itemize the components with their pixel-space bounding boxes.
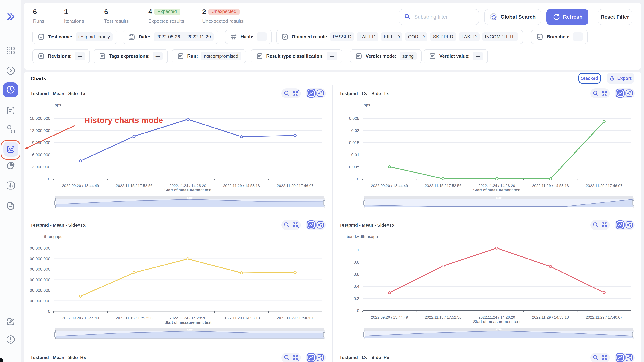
svg-text:00,000,000: 00,000,000 <box>30 298 50 303</box>
svg-text:2022.11.15 / 17:52:56: 2022.11.15 / 17:52:56 <box>425 184 462 188</box>
svg-text:2022.11.24 / 14:28:20: 2022.11.24 / 14:28:20 <box>478 184 515 188</box>
svg-text:2022.09.20 / 13:44:49: 2022.09.20 / 13:44:49 <box>62 316 99 320</box>
svg-text:pps: pps <box>54 103 61 107</box>
svg-text:00,000,000: 00,000,000 <box>30 278 50 282</box>
svg-text:2022.11.24 / 14:28:20: 2022.11.24 / 14:28:20 <box>170 184 206 188</box>
svg-text:12,000,000: 12,000,000 <box>30 128 50 133</box>
svg-text:Start of measurement test: Start of measurement test <box>164 320 211 325</box>
svg-text:bandwidth-usage: bandwidth-usage <box>346 234 378 239</box>
svg-text:15,000,000: 15,000,000 <box>30 116 50 121</box>
svg-text:2022.11.29 / 14:53:13: 2022.11.29 / 14:53:13 <box>223 184 260 188</box>
svg-text:2022.09.20 / 13:44:49: 2022.09.20 / 13:44:49 <box>371 184 408 188</box>
svg-text:Start of measurement test: Start of measurement test <box>164 188 211 192</box>
svg-text:2022.11.15 / 17:52:56: 2022.11.15 / 17:52:56 <box>116 184 152 188</box>
svg-text:00,000,000: 00,000,000 <box>30 288 50 293</box>
svg-text:2022.11.29 / 17:46:07: 2022.11.29 / 17:46:07 <box>586 184 622 188</box>
svg-text:2022.11.29 / 14:53:13: 2022.11.29 / 14:53:13 <box>532 184 569 188</box>
svg-text:throughput: throughput <box>44 234 63 239</box>
svg-text:0: 0 <box>357 308 359 313</box>
svg-text:0.01: 0.01 <box>351 152 359 157</box>
svg-text:2022.11.15 / 17:52:56: 2022.11.15 / 17:52:56 <box>425 315 462 319</box>
svg-text:0.8: 0.8 <box>353 260 359 264</box>
svg-text:2022.11.24 / 14:28:20: 2022.11.24 / 14:28:20 <box>170 316 206 320</box>
svg-text:0.2: 0.2 <box>353 296 359 301</box>
svg-text:0.005: 0.005 <box>349 164 359 169</box>
svg-text:2022.11.29 / 17:46:07: 2022.11.29 / 17:46:07 <box>277 184 314 188</box>
svg-text:0.6: 0.6 <box>353 272 359 277</box>
svg-text:1: 1 <box>357 248 359 252</box>
svg-text:0: 0 <box>48 309 50 314</box>
svg-text:3,000,000: 3,000,000 <box>32 164 50 169</box>
svg-text:6,000,000: 6,000,000 <box>32 152 50 157</box>
svg-text:2022.11.29 / 17:46:07: 2022.11.29 / 17:46:07 <box>277 316 314 320</box>
svg-text:2022.11.15 / 17:52:56: 2022.11.15 / 17:52:56 <box>116 316 152 320</box>
svg-text:pps: pps <box>363 103 370 107</box>
svg-text:2022.11.29 / 14:53:13: 2022.11.29 / 14:53:13 <box>223 316 260 320</box>
svg-text:00,000,000: 00,000,000 <box>30 256 50 261</box>
svg-text:2022.11.24 / 14:28:20: 2022.11.24 / 14:28:20 <box>478 315 515 319</box>
svg-text:0: 0 <box>357 177 359 181</box>
svg-text:2022.11.29 / 17:46:07: 2022.11.29 / 17:46:07 <box>586 315 622 319</box>
svg-text:Start of measurement test: Start of measurement test <box>473 188 520 192</box>
svg-text:2022.11.29 / 14:53:13: 2022.11.29 / 14:53:13 <box>532 315 569 319</box>
svg-text:0.02: 0.02 <box>351 128 359 133</box>
svg-text:00,000,000: 00,000,000 <box>30 246 50 250</box>
svg-text:0.4: 0.4 <box>353 284 359 289</box>
svg-text:Start of measurement test: Start of measurement test <box>473 319 520 324</box>
svg-text:0.015: 0.015 <box>349 140 359 145</box>
svg-text:0.025: 0.025 <box>349 116 359 121</box>
svg-text:2022.09.20 / 13:44:49: 2022.09.20 / 13:44:49 <box>371 315 408 319</box>
svg-text:00,000,000: 00,000,000 <box>30 267 50 272</box>
svg-text:0: 0 <box>48 177 50 181</box>
svg-text:9,000,000: 9,000,000 <box>32 140 50 145</box>
svg-text:2022.09.20 / 13:44:49: 2022.09.20 / 13:44:49 <box>62 184 99 188</box>
